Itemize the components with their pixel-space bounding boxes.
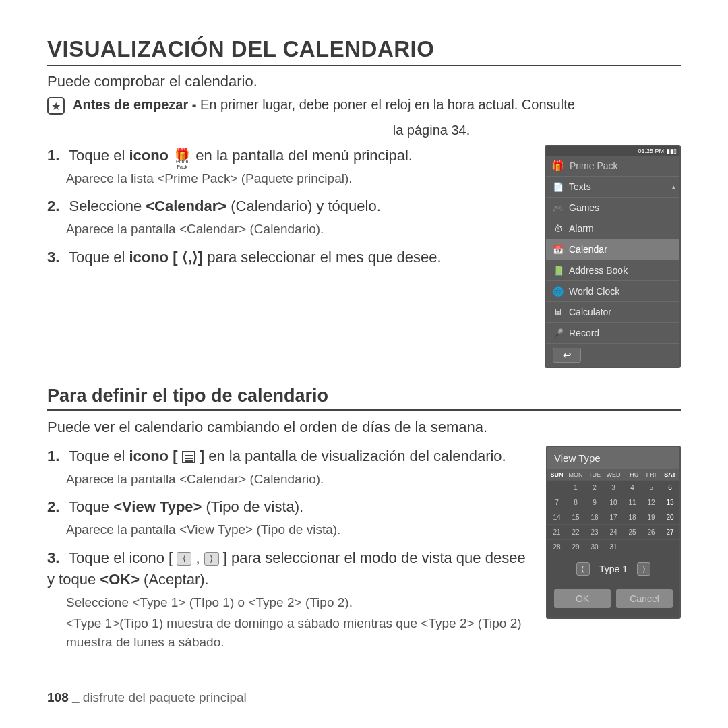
calendar-cell bbox=[661, 539, 679, 554]
note-page-ref: la página 34. bbox=[182, 123, 681, 138]
s2-step-1-sub: Aparece la pantalla <Calendar> (Calendar… bbox=[66, 470, 534, 489]
arrow-left-icon: ⟨ bbox=[177, 552, 191, 566]
back-button[interactable]: ↩ bbox=[553, 348, 581, 363]
item-icon: 🎮 bbox=[553, 203, 564, 213]
calendar-cell: 6 bbox=[661, 480, 679, 495]
device-view-type: View Type SUNMONTUEWEDTHUFRISAT 12345678… bbox=[546, 446, 681, 619]
type-selector-row: ⟨ Type 1 ⟩ bbox=[547, 554, 679, 584]
device-item-texts[interactable]: 📄Texts▴ bbox=[546, 176, 679, 197]
calendar-cell: 22 bbox=[566, 524, 585, 539]
calendar-cell: 27 bbox=[661, 524, 679, 539]
device-item-alarm[interactable]: ⏱Alarm bbox=[546, 218, 679, 239]
gift-icon: 🎁 bbox=[551, 160, 564, 172]
device-header: 🎁 Prime Pack bbox=[546, 156, 679, 176]
device-menu-list: 📄Texts▴🎮Games⏱Alarm📅Calendar📗Address Boo… bbox=[546, 176, 679, 343]
calendar-cell: 10 bbox=[604, 495, 623, 510]
calendar-cell bbox=[547, 480, 566, 495]
page-footer: 108 _ disfrute del paquete principal bbox=[47, 690, 247, 705]
calendar-cell: 9 bbox=[585, 495, 604, 510]
step-3: Toque el icono [ ⟨,⟩] para seleccionar e… bbox=[47, 247, 533, 268]
s2-step-3-sub1: Seleccione <Type 1> (TIpo 1) o <Type 2> … bbox=[66, 593, 534, 612]
calendar-cell: 28 bbox=[547, 539, 566, 554]
note-block: ★ Antes de empezar - En primer lugar, de… bbox=[47, 96, 681, 115]
item-icon: ⏱ bbox=[553, 224, 564, 234]
type-label: Type 1 bbox=[599, 564, 628, 574]
calendar-cell: 13 bbox=[661, 495, 679, 510]
steps-list-1: Toque el icono 🎁Prime Pack en la pantall… bbox=[47, 145, 533, 268]
page-title: VISUALIZACIÓN DEL CALENDARIO bbox=[47, 36, 681, 66]
calendar-grid: 1234567891011121314151617181920212223242… bbox=[547, 480, 679, 554]
calendar-cell: 1 bbox=[566, 480, 585, 495]
day-header: FRI bbox=[642, 471, 661, 478]
battery-icon: ▮▮▯ bbox=[667, 148, 677, 154]
calendar-cell: 15 bbox=[566, 510, 585, 524]
calendar-cell: 31 bbox=[604, 539, 623, 554]
calendar-cell: 2 bbox=[585, 480, 604, 495]
calendar-cell: 25 bbox=[623, 524, 642, 539]
device-status-bar: 01:25 PM▮▮▯ bbox=[546, 146, 679, 156]
step-1: Toque el icono 🎁Prime Pack en la pantall… bbox=[47, 145, 533, 187]
calendar-day-header: SUNMONTUEWEDTHUFRISAT bbox=[547, 469, 679, 480]
device-item-address-book[interactable]: 📗Address Book bbox=[546, 260, 679, 280]
type-prev-button[interactable]: ⟨ bbox=[576, 562, 590, 576]
s2-step-2-sub: Aparece la pantalla <View Type> (Tipo de… bbox=[66, 520, 534, 539]
calendar-cell: 29 bbox=[566, 539, 585, 554]
arrow-right-icon: ⟩ bbox=[204, 552, 219, 566]
device-item-record[interactable]: 🎤Record bbox=[546, 322, 679, 343]
scroll-up-icon: ▴ bbox=[672, 183, 675, 190]
calendar-cell: 19 bbox=[642, 510, 661, 524]
device-item-world-clock[interactable]: 🌐World Clock bbox=[546, 280, 679, 301]
calendar-cell: 20 bbox=[661, 510, 679, 524]
day-header: TUE bbox=[585, 471, 604, 478]
item-icon: 📗 bbox=[553, 266, 564, 276]
item-icon: 🌐 bbox=[553, 286, 564, 297]
calendar-cell: 8 bbox=[566, 495, 585, 510]
subsection-title: Para deﬁnir el tipo de calendario bbox=[47, 386, 681, 411]
calendar-cell: 11 bbox=[623, 495, 642, 510]
calendar-cell: 30 bbox=[585, 539, 604, 554]
item-icon: 🖩 bbox=[553, 307, 564, 317]
cancel-button[interactable]: Cancel bbox=[616, 589, 673, 608]
s2-step-2: Toque <View Type> (Tipo de vista). Apare… bbox=[47, 496, 534, 539]
calendar-cell: 7 bbox=[547, 495, 566, 510]
day-header: WED bbox=[604, 471, 623, 478]
device-prime-pack: 01:25 PM▮▮▯ 🎁 Prime Pack 📄Texts▴🎮Games⏱A… bbox=[545, 145, 681, 368]
step-2-sub: Aparece la pantalla <Calendar> (Calendar… bbox=[66, 220, 533, 239]
calendar-cell: 18 bbox=[623, 510, 642, 524]
s2-step-1: Toque el icono [ ] en la pantalla de vis… bbox=[47, 446, 534, 488]
calendar-cell: 21 bbox=[547, 524, 566, 539]
calendar-cell: 3 bbox=[604, 480, 623, 495]
calendar-cell: 12 bbox=[642, 495, 661, 510]
calendar-cell: 16 bbox=[585, 510, 604, 524]
intro-text: Puede comprobar el calendario. bbox=[47, 73, 681, 90]
day-header: SAT bbox=[661, 471, 679, 478]
subsection-intro: Puede ver el calendario cambiando el ord… bbox=[47, 419, 681, 436]
s2-step-3: Toque el icono [ ⟨ , ⟩ ] para selecciona… bbox=[47, 547, 534, 651]
menu-icon bbox=[182, 451, 195, 463]
device-item-games[interactable]: 🎮Games bbox=[546, 197, 679, 218]
note-text: Antes de empezar - En primer lugar, debe… bbox=[73, 96, 575, 114]
calendar-cell: 5 bbox=[642, 480, 661, 495]
calendar-cell: 23 bbox=[585, 524, 604, 539]
prime-pack-icon: 🎁Prime Pack bbox=[175, 150, 189, 163]
calendar-cell bbox=[623, 539, 642, 554]
step-1-sub: Aparece la lista <Prime Pack> (Paquete p… bbox=[66, 169, 533, 188]
calendar-cell: 17 bbox=[604, 510, 623, 524]
device2-header: View Type bbox=[547, 447, 679, 469]
device-item-calendar[interactable]: 📅Calendar bbox=[546, 239, 679, 260]
chevron-left-icon: ⟨ bbox=[182, 249, 188, 266]
item-icon: 📄 bbox=[553, 182, 564, 192]
s2-step-3-sub2: <Type 1>(Tipo 1) muestra de domingo a sá… bbox=[66, 614, 534, 651]
calendar-cell: 14 bbox=[547, 510, 566, 524]
item-icon: 📅 bbox=[553, 245, 564, 255]
calendar-cell bbox=[642, 539, 661, 554]
type-next-button[interactable]: ⟩ bbox=[637, 562, 650, 576]
device-item-calculator[interactable]: 🖩Calculator bbox=[546, 301, 679, 322]
day-header: THU bbox=[623, 471, 642, 478]
chevron-right-icon: ⟩ bbox=[192, 249, 198, 266]
calendar-cell: 26 bbox=[642, 524, 661, 539]
day-header: MON bbox=[566, 471, 585, 478]
ok-button[interactable]: OK bbox=[554, 589, 611, 608]
device-back-row: ↩ bbox=[546, 343, 679, 367]
step-2: Seleccione <Calendar> (Calendario) y tóq… bbox=[47, 195, 533, 238]
